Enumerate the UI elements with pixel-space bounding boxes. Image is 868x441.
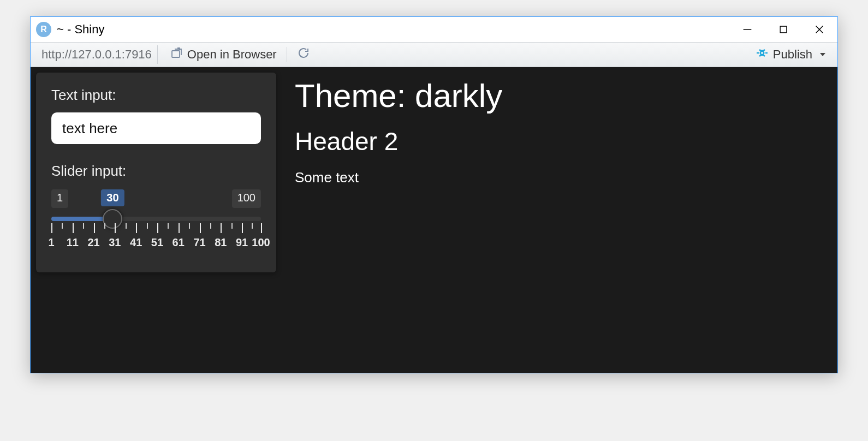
- body-text: Some text: [295, 169, 502, 186]
- shiny-app: Text input: Slider input: 1 30 100 11121…: [31, 67, 837, 373]
- slider-tick-label: 71: [193, 236, 205, 249]
- slider-min-badge: 1: [51, 189, 68, 208]
- slider-tick: [51, 223, 52, 233]
- slider-tick-minor: [126, 223, 127, 229]
- slider-track[interactable]: [51, 214, 261, 223]
- text-input-label: Text input:: [51, 87, 261, 104]
- slider-tick: [261, 223, 262, 233]
- page-title: Theme: darkly: [295, 77, 502, 115]
- r-logo-icon: R: [36, 22, 51, 37]
- slider-value-badge: 30: [101, 189, 124, 206]
- slider-ticks: [51, 223, 261, 235]
- slider-tick-minor: [62, 223, 63, 229]
- svg-rect-4: [172, 51, 180, 57]
- slider-tick: [179, 223, 180, 233]
- slider-tick: [73, 223, 74, 233]
- open-in-browser-button[interactable]: Open in Browser: [163, 44, 283, 65]
- minimize-button[interactable]: [729, 17, 765, 42]
- slider-tick: [157, 223, 158, 233]
- slider-tick-label: 1: [48, 236, 54, 249]
- slider-tick: [200, 223, 201, 233]
- slider-tick-label: 41: [130, 236, 142, 249]
- open-in-browser-label: Open in Browser: [187, 47, 277, 62]
- toolbar: http://127.0.0.1:7916 Open in Browser Pu…: [31, 42, 837, 67]
- slider-tick: [136, 223, 137, 233]
- slider-tick-label: 31: [109, 236, 121, 249]
- slider-tick-label: 91: [236, 236, 248, 249]
- toolbar-divider: [287, 47, 287, 62]
- maximize-button[interactable]: [765, 17, 801, 42]
- sidebar-panel: Text input: Slider input: 1 30 100 11121…: [36, 73, 276, 272]
- header-2: Header 2: [295, 127, 502, 156]
- publish-label: Publish: [773, 47, 812, 62]
- slider-tick-labels: 1112131415161718191100: [51, 236, 261, 251]
- slider-max-badge: 100: [232, 189, 261, 208]
- slider-tick-label: 81: [215, 236, 227, 249]
- titlebar: R ~ - Shiny: [31, 17, 837, 42]
- svg-point-5: [760, 51, 764, 55]
- slider-tick-label: 61: [173, 236, 185, 249]
- slider-tick-minor: [189, 223, 190, 229]
- window-controls: [729, 17, 837, 42]
- slider-tick-minor: [147, 223, 148, 229]
- slider-tick: [242, 223, 243, 233]
- reload-button[interactable]: [290, 44, 317, 65]
- slider-tick: [221, 223, 222, 233]
- main-panel: Theme: darkly Header 2 Some text: [289, 67, 508, 192]
- slider-tick-minor: [83, 223, 84, 229]
- slider-tick-label: 100: [252, 236, 270, 249]
- close-button[interactable]: [801, 17, 837, 42]
- text-input[interactable]: [51, 112, 261, 144]
- publish-icon: [756, 46, 769, 63]
- svg-rect-1: [780, 26, 787, 33]
- slider-tick: [94, 223, 95, 233]
- chevron-down-icon: [820, 53, 825, 56]
- slider-tick-minor: [210, 223, 211, 229]
- slider-tick-label: 51: [151, 236, 163, 249]
- slider-tick: [115, 223, 116, 233]
- url-display[interactable]: http://127.0.0.1:7916: [36, 45, 158, 64]
- window-title: ~ - Shiny: [57, 22, 729, 37]
- slider-tick-label: 11: [67, 236, 79, 249]
- slider-tick-label: 21: [87, 236, 99, 249]
- slider-input[interactable]: 1 30 100 1112131415161718191100: [51, 189, 261, 251]
- slider-tick-minor: [168, 223, 169, 229]
- slider-tick-minor: [231, 223, 233, 229]
- app-window: R ~ - Shiny http://127.0.0.1:7916 Open i…: [30, 16, 838, 373]
- slider-tick-minor: [104, 223, 105, 229]
- slider-tick-minor: [252, 223, 253, 229]
- reload-icon: [297, 46, 310, 63]
- publish-button[interactable]: Publish: [749, 44, 832, 65]
- slider-input-label: Slider input:: [51, 163, 261, 180]
- open-in-browser-icon: [170, 46, 183, 63]
